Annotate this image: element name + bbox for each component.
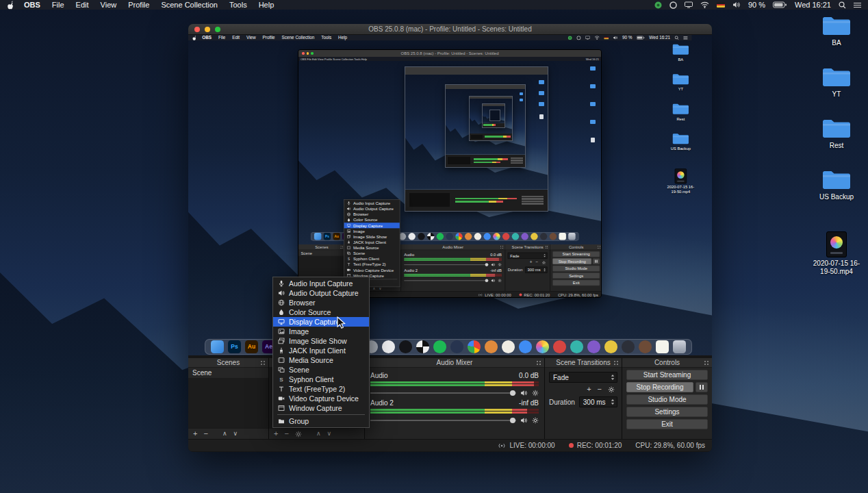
spotlight-search-icon[interactable] bbox=[839, 1, 846, 9]
source-menu-item[interactable]: Display Capture bbox=[273, 317, 369, 327]
source-menu-item[interactable]: S Syphon Client bbox=[273, 375, 369, 384]
channel-settings-button[interactable] bbox=[532, 390, 539, 396]
close-button[interactable] bbox=[194, 27, 200, 32]
menubar-item[interactable]: Profile bbox=[128, 1, 149, 9]
menubar-item[interactable]: Edit bbox=[76, 1, 89, 9]
control-button[interactable]: Start Streaming bbox=[626, 370, 708, 380]
add-scene-button[interactable]: + bbox=[193, 430, 197, 438]
desktop-icon[interactable]: 2020-07-15 16-19-50.mp4 bbox=[808, 231, 865, 276]
remove-transition-button[interactable]: − bbox=[598, 385, 602, 393]
source-menu-item[interactable]: Text (FreeType 2) bbox=[273, 384, 369, 394]
scene-up-button[interactable]: ∧ bbox=[222, 431, 227, 437]
apple-menu[interactable] bbox=[7, 1, 14, 10]
remove-scene-button[interactable]: − bbox=[203, 430, 207, 438]
desktop-icon: 2020-07-15 16-19-50.mp4 bbox=[664, 168, 698, 194]
keyboard-layout-de-icon bbox=[604, 36, 609, 40]
menubar-item[interactable]: Scene Collection bbox=[161, 1, 218, 9]
dock-app-icon bbox=[622, 340, 635, 353]
volume-slider[interactable] bbox=[370, 392, 516, 394]
source-menu-item[interactable]: Image Slide Show bbox=[273, 336, 369, 346]
mute-button[interactable] bbox=[520, 390, 528, 396]
minimize-button[interactable] bbox=[205, 27, 210, 32]
add-transition-button[interactable]: + bbox=[587, 385, 591, 393]
mixer-panel-header[interactable]: Audio Mixer bbox=[365, 358, 544, 368]
menubar-item[interactable]: Tools bbox=[229, 1, 247, 9]
add-source-menu: Audio Input Capture Audio Output Capture… bbox=[272, 277, 370, 428]
desktop-icon[interactable]: US Backup bbox=[808, 169, 865, 201]
source-menu-item[interactable]: Audio Output Capture bbox=[273, 288, 369, 298]
source-menu-item: Media Source bbox=[344, 245, 400, 251]
status-app-icon[interactable] bbox=[654, 1, 662, 9]
control-button[interactable]: Settings bbox=[626, 407, 708, 417]
mute-button[interactable] bbox=[520, 417, 528, 424]
source-menu-item[interactable]: JACK Input Client bbox=[273, 346, 369, 355]
volume-slider-knob[interactable] bbox=[510, 418, 515, 423]
volume-meter bbox=[370, 409, 539, 411]
transition-properties-button[interactable] bbox=[608, 385, 615, 393]
control-button[interactable]: Studio Mode bbox=[626, 394, 708, 405]
menubar-status-area: 90 % Wed 16:21 bbox=[567, 36, 687, 40]
source-menu-item[interactable]: Media Source bbox=[273, 355, 369, 365]
controls-panel-header[interactable]: Controls bbox=[622, 358, 712, 368]
captured-desktop-icons: BA YT Rest bbox=[664, 43, 698, 194]
source-menu-item-label: Image Slide Show bbox=[353, 234, 387, 239]
pause-recording-button[interactable] bbox=[695, 382, 708, 392]
source-menu-item[interactable]: Image bbox=[273, 327, 369, 336]
source-down-button[interactable]: ∨ bbox=[327, 431, 331, 437]
menubar-clock[interactable]: Wed 16:21 bbox=[795, 1, 831, 9]
source-menu-item-group[interactable]: Group bbox=[273, 416, 369, 426]
control-button[interactable]: Stop Recording bbox=[626, 382, 693, 392]
battery-icon[interactable] bbox=[773, 1, 787, 8]
volume-meter bbox=[370, 384, 539, 386]
display-mirroring-icon[interactable] bbox=[685, 1, 693, 8]
menubar-item[interactable]: File bbox=[52, 1, 64, 9]
control-button[interactable]: Exit bbox=[626, 419, 708, 429]
duration-input[interactable]: 300 ms bbox=[579, 396, 617, 407]
source-menu-item[interactable]: Audio Input Capture bbox=[273, 279, 369, 288]
status-ring-icon[interactable] bbox=[669, 1, 677, 9]
menubar-item[interactable]: Help bbox=[259, 1, 275, 9]
dock-app-icon bbox=[553, 340, 566, 353]
source-menu-item[interactable]: Scene bbox=[273, 365, 369, 375]
source-menu-item[interactable]: Browser bbox=[273, 298, 369, 307]
volume-icon[interactable] bbox=[732, 1, 741, 8]
transitions-panel-header[interactable]: Scene Transitions bbox=[545, 358, 622, 368]
display-capture-icon bbox=[346, 223, 350, 227]
panel-grip-icon bbox=[500, 245, 504, 249]
desktop-icon[interactable]: BA bbox=[808, 15, 865, 47]
rec-status: REC: 00:01:20 bbox=[569, 442, 622, 449]
add-source-button[interactable]: + bbox=[274, 430, 278, 438]
volume-slider-knob[interactable] bbox=[510, 390, 515, 396]
source-menu-item-label: Color Source bbox=[353, 218, 378, 223]
source-menu-item[interactable]: Video Capture Device bbox=[273, 394, 369, 403]
channel-db-value: 0.0 dB bbox=[519, 372, 539, 379]
transition-select[interactable]: Fade bbox=[549, 372, 617, 383]
window-titlebar[interactable]: OBS 25.0.8 (mac) - Profile: Untitled - S… bbox=[188, 24, 712, 35]
source-properties-button[interactable] bbox=[295, 431, 302, 438]
audio-output-icon bbox=[277, 290, 285, 296]
mixer-channel: Audio 0.0 dB bbox=[370, 372, 539, 396]
text-icon bbox=[277, 385, 285, 392]
source-up-button[interactable]: ∧ bbox=[316, 431, 321, 437]
menubar-item[interactable]: OBS bbox=[24, 1, 40, 9]
remove-source-button[interactable]: − bbox=[284, 430, 288, 438]
source-menu-item[interactable]: Window Capture bbox=[273, 403, 369, 413]
desktop-icon[interactable]: YT bbox=[808, 66, 865, 99]
control-center-icon[interactable] bbox=[854, 2, 861, 8]
control-button: Studio Mode bbox=[552, 266, 600, 272]
volume-slider[interactable] bbox=[370, 420, 516, 421]
source-menu-item[interactable]: Color Source bbox=[273, 307, 369, 317]
wifi-icon[interactable] bbox=[700, 1, 709, 8]
desktop-icon[interactable]: Rest bbox=[808, 118, 865, 150]
scenes-panel-header[interactable]: Scenes bbox=[188, 358, 268, 368]
menu-bar: OBSFileEditViewProfileScene CollectionTo… bbox=[188, 35, 691, 40]
zoom-button[interactable] bbox=[215, 27, 220, 32]
keyboard-layout-de-icon[interactable] bbox=[717, 2, 725, 8]
menubar-item[interactable]: View bbox=[101, 1, 117, 9]
scene-down-button[interactable]: ∨ bbox=[233, 431, 238, 437]
scene-list-item[interactable]: Scene bbox=[188, 368, 268, 378]
source-menu-item-label: Image bbox=[353, 229, 365, 233]
desktop-icons: BA YT Rest bbox=[664, 43, 698, 194]
channel-settings-button[interactable] bbox=[532, 417, 539, 424]
dock-app-icon bbox=[656, 340, 669, 353]
